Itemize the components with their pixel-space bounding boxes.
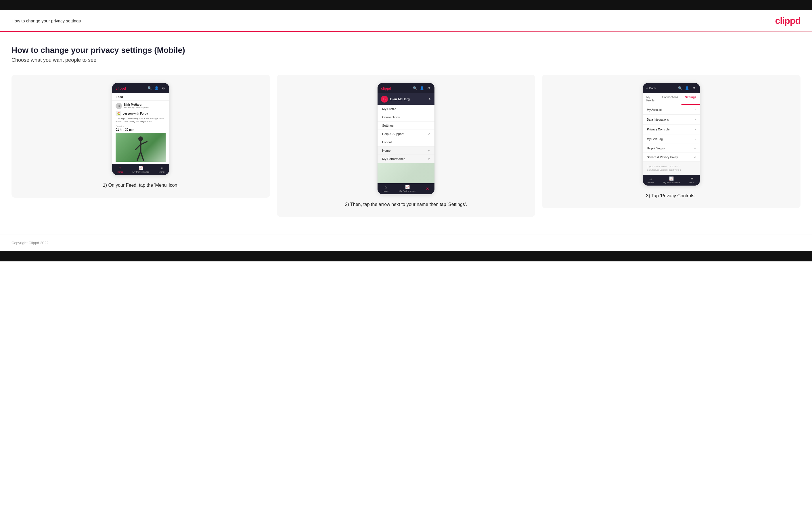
step1-bottom-nav[interactable]: ⌂ Home 📈 My Performance ≡ Menu bbox=[112, 164, 169, 175]
performance-icon: 📈 bbox=[139, 166, 143, 170]
menu-section-home[interactable]: Home ∨ bbox=[377, 147, 435, 155]
privacy-controls-label: Privacy Controls bbox=[647, 128, 670, 131]
menu-user-name: Blair McHarg bbox=[390, 97, 410, 101]
performance-icon-3: 📈 bbox=[669, 176, 674, 181]
menu-user-row[interactable]: B Blair McHarg ∧ bbox=[377, 93, 435, 105]
step2-bottom-performance[interactable]: 📈 My Performance bbox=[399, 185, 416, 192]
settings-icon: ⚙ bbox=[161, 86, 166, 91]
step2-caption: 2) Then, tap the arrow next to your name… bbox=[345, 202, 467, 208]
golfer-silhouette-icon bbox=[132, 136, 149, 162]
main-content: How to change your privacy settings (Mob… bbox=[0, 32, 812, 234]
menu-item-logout[interactable]: Logout bbox=[377, 138, 435, 147]
server-version: GQL Server Version: 2022.7.30-1 bbox=[647, 168, 696, 172]
settings-icon-2: ⚙ bbox=[426, 86, 431, 91]
step1-nav-icons: 🔍 👤 ⚙ bbox=[147, 86, 166, 91]
avatar: B bbox=[115, 103, 122, 109]
chevron-up-icon: ∧ bbox=[428, 97, 431, 101]
step2-phone: clippd 🔍 👤 ⚙ B Blair McHarg ∧ bbox=[377, 83, 435, 194]
step2-nav-icons: 🔍 👤 ⚙ bbox=[413, 86, 431, 91]
step3-bottom-menu[interactable]: ≡ Menu bbox=[689, 176, 695, 184]
menu-item-settings[interactable]: Settings bbox=[377, 121, 435, 130]
settings-list: My Account › Data Integrations › Privacy… bbox=[643, 105, 700, 175]
tab-my-profile[interactable]: My Profile bbox=[643, 93, 659, 105]
settings-version: Clippd Client Version: 2022.8.3-3 GQL Se… bbox=[643, 162, 700, 175]
bottom-nav-menu[interactable]: ≡ Menu bbox=[159, 166, 164, 173]
menu-icon: ≡ bbox=[160, 166, 163, 170]
step3-bottom-performance[interactable]: 📈 My Performance bbox=[663, 176, 680, 184]
back-button[interactable]: < Back bbox=[646, 87, 656, 90]
help-label: Help & Support bbox=[382, 132, 404, 135]
home-label-2: Home bbox=[383, 190, 389, 192]
home-icon-2: ⌂ bbox=[385, 185, 387, 189]
step1-phone-nav: clippd 🔍 👤 ⚙ bbox=[112, 83, 169, 93]
tab-connections[interactable]: Connections bbox=[659, 93, 682, 105]
data-integrations-label: Data Integrations bbox=[647, 118, 669, 121]
bottom-nav-home[interactable]: ⌂ Home bbox=[117, 166, 123, 173]
settings-item-my-golf-bag[interactable]: My Golf Bag › bbox=[643, 134, 700, 144]
step3-caption: 3) Tap 'Privacy Controls'. bbox=[646, 193, 697, 199]
home-label-3: Home bbox=[648, 181, 654, 184]
page-title: How to change your privacy settings (Mob… bbox=[11, 46, 801, 55]
performance-icon-2: 📈 bbox=[405, 185, 410, 189]
menu-item-connections[interactable]: Connections bbox=[377, 113, 435, 121]
help-support-label: Help & Support bbox=[647, 147, 666, 150]
menu-item-help[interactable]: Help & Support ↗ bbox=[377, 130, 435, 138]
steps-container: clippd 🔍 👤 ⚙ Feed B Blair McHarg bbox=[11, 75, 801, 217]
step2-bottom-nav[interactable]: ⌂ Home 📈 My Performance ✕ bbox=[377, 183, 435, 194]
home-label: Home bbox=[117, 171, 123, 173]
svg-line-2 bbox=[136, 145, 141, 150]
feed-post: B Blair McHarg Yesterday · Sunningdale ⛳… bbox=[112, 101, 169, 164]
step3-bottom-nav[interactable]: ⌂ Home 📈 My Performance ≡ Menu bbox=[643, 175, 700, 185]
step-3: < Back 🔍 👤 ⚙ My Profile Connections Sett… bbox=[542, 75, 801, 208]
menu-icon-3: ≡ bbox=[691, 176, 694, 181]
copyright: Copyright Clippd 2022 bbox=[11, 241, 49, 245]
performance-label: My Performance bbox=[133, 171, 150, 173]
footer: Copyright Clippd 2022 bbox=[0, 234, 812, 251]
svg-line-4 bbox=[137, 152, 141, 160]
logo: clippd bbox=[775, 15, 801, 26]
chevron-right-icon: › bbox=[695, 108, 696, 112]
step2-phone-nav: clippd 🔍 👤 ⚙ bbox=[377, 83, 435, 93]
header-title: How to change your privacy settings bbox=[11, 18, 81, 23]
chevron-right-icon-2: › bbox=[695, 117, 696, 121]
page-subtitle: Choose what you want people to see bbox=[11, 57, 801, 63]
user-icon-2: 👤 bbox=[419, 86, 424, 91]
user-icon: 👤 bbox=[154, 86, 159, 91]
menu-user-avatar: B bbox=[381, 96, 388, 103]
step2-bottom-close[interactable]: ✕ bbox=[426, 186, 429, 191]
settings-item-service-privacy[interactable]: Service & Privacy Policy ↗ bbox=[643, 153, 700, 162]
bottom-nav-performance[interactable]: 📈 My Performance bbox=[133, 166, 150, 173]
external-link-icon-3: ↗ bbox=[694, 156, 696, 159]
feed-user-row: B Blair McHarg Yesterday · Sunningdale bbox=[115, 103, 166, 109]
settings-item-help-support[interactable]: Help & Support ↗ bbox=[643, 144, 700, 153]
client-version: Clippd Client Version: 2022.8.3-3 bbox=[647, 165, 696, 168]
chevron-right-icon-3: › bbox=[695, 127, 696, 131]
top-bar bbox=[0, 0, 812, 10]
search-icon-3: 🔍 bbox=[678, 86, 682, 91]
settings-item-privacy-controls[interactable]: Privacy Controls › bbox=[643, 125, 700, 134]
svg-line-3 bbox=[141, 142, 147, 145]
search-icon-2: 🔍 bbox=[413, 86, 417, 91]
settings-tabs: My Profile Connections Settings bbox=[643, 93, 700, 105]
my-golf-bag-label: My Golf Bag bbox=[647, 137, 663, 141]
menu-section-performance[interactable]: My Performance ∨ bbox=[377, 155, 435, 163]
chevron-right-icon-4: › bbox=[695, 137, 696, 141]
chevron-down-icon: ∨ bbox=[428, 149, 430, 152]
step2-logo: clippd bbox=[381, 86, 391, 91]
step3-bottom-home[interactable]: ⌂ Home bbox=[648, 176, 654, 184]
settings-item-my-account[interactable]: My Account › bbox=[643, 105, 700, 115]
home-section-label: Home bbox=[382, 149, 391, 152]
menu-item-my-profile[interactable]: My Profile bbox=[377, 105, 435, 113]
feed-post-lesson: Lesson with Fordy bbox=[122, 112, 148, 115]
svg-line-5 bbox=[141, 152, 144, 160]
menu-section: Home ∨ My Performance ∨ bbox=[377, 147, 435, 163]
step1-phone: clippd 🔍 👤 ⚙ Feed B Blair McHarg bbox=[112, 83, 169, 175]
my-account-label: My Account bbox=[647, 108, 662, 111]
settings-item-data-integrations[interactable]: Data Integrations › bbox=[643, 115, 700, 124]
bottom-bar bbox=[0, 251, 812, 262]
chevron-down-icon-2: ∨ bbox=[428, 157, 430, 161]
feed-duration-label: Duration bbox=[115, 125, 166, 127]
menu-label: Menu bbox=[159, 171, 164, 173]
tab-settings[interactable]: Settings bbox=[681, 93, 700, 105]
step2-bottom-home[interactable]: ⌂ Home bbox=[383, 185, 389, 192]
